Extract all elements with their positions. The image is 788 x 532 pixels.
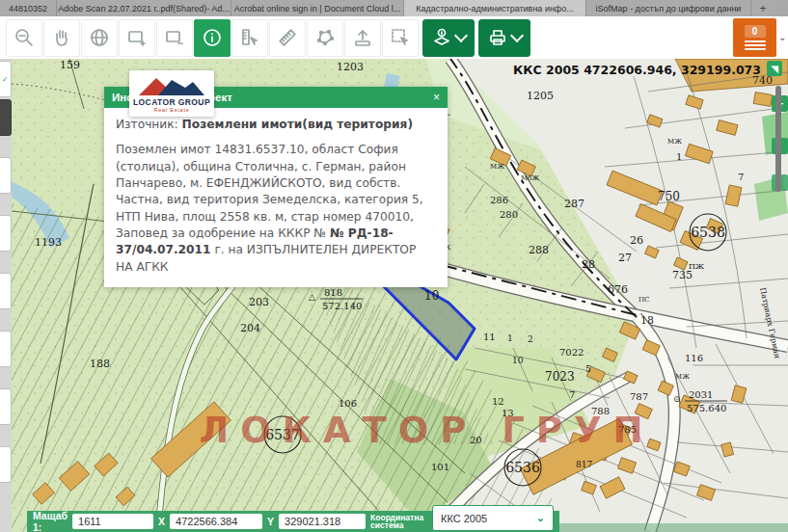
browser-tab[interactable]: Acrobat online sign in | Document Cloud … — [231, 0, 404, 16]
workspace: ✓ — [0, 59, 788, 532]
logo-subtitle: Real Estate — [153, 107, 189, 113]
browser-tab[interactable]: Adobe Scan 22.07.2021 г..pdf(Shared)- Ad… — [57, 0, 231, 16]
map-label: 7023 — [545, 370, 575, 384]
full-extent-button[interactable] — [81, 19, 118, 57]
map-label: 7 — [569, 389, 575, 400]
map-label: 11 — [483, 332, 496, 342]
identify-info-button[interactable] — [194, 19, 231, 57]
zoom-out-icon — [14, 27, 35, 48]
geodetic-elevation: 572.140 — [322, 301, 362, 311]
map-toolbar: 0 ⌄ — [0, 16, 788, 59]
map-label: ПЖ — [689, 262, 704, 271]
browser-tab[interactable]: iSofMap - достъп до цифрови данни — [586, 0, 751, 16]
panel-box[interactable] — [0, 273, 12, 309]
scale-label: Мащаб 1: — [33, 510, 68, 532]
map-label: 788 — [591, 406, 610, 416]
zoom-out-button[interactable] — [6, 19, 42, 57]
select-rect-button[interactable] — [382, 19, 419, 57]
tab-strip: 44810352Adobe Scan 22.07.2021 г..pdf(Sha… — [0, 0, 788, 17]
layers-info-icon — [431, 27, 452, 48]
expand-map-button[interactable]: ◥ — [767, 61, 782, 76]
map-label: 13 — [502, 408, 514, 418]
chevron-down-icon: ⌄ — [536, 512, 545, 524]
upload-button[interactable] — [344, 19, 381, 57]
crs-dropdown[interactable]: ККС 2005 ⌄ — [432, 505, 554, 531]
map-label: 750 — [658, 190, 680, 203]
zoom-out-rect-button[interactable] — [156, 19, 193, 57]
ruler-icon — [277, 27, 298, 48]
polygon-icon — [314, 27, 336, 48]
x-coordinate-input[interactable] — [170, 514, 262, 529]
y-label: Y — [267, 516, 274, 527]
panel-box-dark[interactable] — [0, 99, 12, 136]
source-value: Поземлени имоти(вид територия) — [182, 118, 413, 131]
layers-identify-dropdown[interactable] — [422, 19, 475, 57]
browser-window: 44810352Adobe Scan 22.07.2021 г..pdf(Sha… — [0, 0, 788, 532]
panel-box[interactable] — [0, 446, 12, 483]
map-label: 159 — [60, 59, 80, 71]
measure-area-button[interactable] — [307, 19, 343, 57]
close-icon[interactable]: × — [433, 91, 440, 104]
map-label: 5 — [585, 364, 591, 374]
geodetic-id: 2031 — [689, 389, 713, 400]
browser-tab[interactable]: Кадастрално-административна инфо... — [404, 0, 586, 16]
x-label: X — [158, 516, 165, 527]
map-label: 287 — [564, 198, 584, 210]
info-popup: Информация за обект × Източник: Поземлен… — [104, 87, 448, 287]
printer-icon — [487, 27, 508, 48]
map-label: 101 — [431, 462, 449, 472]
panel-box[interactable] — [0, 157, 12, 194]
panel-box[interactable] — [0, 331, 12, 367]
map-label: 26 — [630, 234, 643, 247]
map-label: 785 — [618, 424, 637, 435]
map-label: 18 — [640, 314, 654, 327]
map-label: МЖ — [490, 163, 504, 171]
map-scrollbar[interactable] — [775, 86, 781, 192]
notifications-menu-button[interactable]: 0 — [733, 18, 776, 57]
measure-distance-button[interactable] — [269, 19, 306, 57]
crs-label: Координатна система — [370, 514, 427, 530]
scale-input[interactable] — [72, 514, 153, 529]
chevron-down-icon[interactable]: ⌄ — [778, 33, 788, 42]
browser-tab[interactable]: 44810352 — [0, 0, 57, 16]
order-line: Заповед за одобрение на КККР № № РД-18-3… — [116, 226, 436, 276]
map-label: 1193 — [35, 236, 62, 249]
notifications-menu-wrap: 0 ⌄ — [733, 16, 788, 59]
map-label: 10 — [512, 356, 524, 365]
map-label: 1205 — [527, 90, 554, 102]
source-line: Източник: Поземлени имоти(вид територия) — [116, 117, 436, 133]
info-popup-body: Източник: Поземлени имоти(вид територия)… — [104, 108, 448, 287]
coordinate-readout: ККС 2005 4722606.946, 329199.073 — [513, 63, 761, 77]
map-label: 203 — [249, 296, 269, 308]
hamburger-icon — [745, 40, 766, 50]
print-dropdown[interactable] — [478, 19, 530, 57]
y-coordinate-input[interactable] — [279, 514, 366, 529]
map-label: 28 — [582, 258, 595, 271]
map-label: 2 — [528, 334, 533, 344]
map-label: 7 — [738, 172, 744, 182]
pan-button[interactable] — [43, 19, 80, 57]
bottom-overlay-strip — [548, 523, 788, 532]
map-label: 10 — [424, 289, 439, 303]
map-label: 288 — [529, 244, 549, 256]
panel-box[interactable] — [0, 215, 12, 252]
map-label: 106 — [339, 398, 357, 409]
geodetic-symbol: △ — [309, 292, 315, 302]
map-label: ПС — [639, 296, 649, 304]
new-tab-button[interactable]: + — [751, 0, 774, 16]
select-rect-icon — [390, 27, 411, 48]
upload-icon — [352, 27, 373, 48]
panel-box-check[interactable]: ✓ — [0, 61, 12, 97]
panel-box[interactable] — [0, 388, 12, 425]
zoom-in-rect-button[interactable] — [119, 19, 155, 57]
crs-value: ККС 2005 — [441, 513, 487, 524]
chevron-down-icon — [510, 29, 524, 42]
map-canvas[interactable]: △818572.140⊙2031575.640 653765366538 159… — [12, 59, 788, 532]
measure-pick-button[interactable] — [231, 19, 268, 57]
map-label: МбЖ — [521, 174, 539, 182]
rect-plus-icon — [126, 27, 148, 48]
mountains-logo-icon — [137, 75, 206, 96]
ruler-cursor-icon — [239, 27, 260, 48]
map-label: 7022 — [559, 347, 584, 358]
globe-icon — [89, 27, 110, 48]
